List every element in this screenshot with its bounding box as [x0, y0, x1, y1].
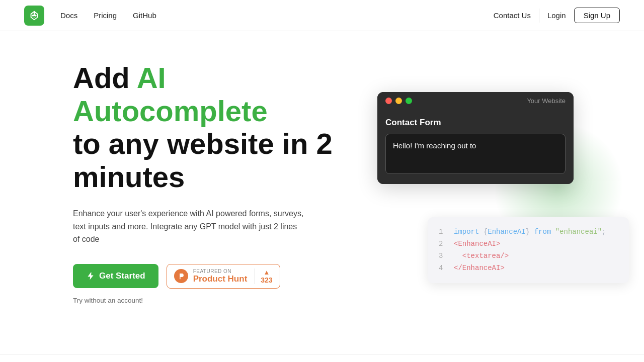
code-line-3: 3 <textarea/> [439, 250, 618, 262]
nav-contact[interactable]: Contact Us [494, 11, 531, 20]
line-num-1: 1 [439, 226, 445, 238]
product-hunt-badge[interactable]: FEATURED ON Product Hunt ▲ 323 [167, 264, 280, 289]
code-content-1: import {EnhanceAI} from "enhanceai"; [454, 226, 606, 238]
line-num-2: 2 [439, 238, 445, 250]
get-started-label: Get Started [99, 271, 145, 281]
code-snippet-overlay: 1 import {EnhanceAI} from "enhanceai"; 2… [428, 217, 629, 283]
hero-title-rest: to any website in 2 minutes [73, 127, 333, 193]
hero-subtitle: Enhance your user's experience with AI p… [73, 207, 304, 246]
navbar: Docs Pricing GitHub Contact Us Login Sig… [0, 0, 644, 31]
producthunt-logo-icon [174, 269, 188, 283]
close-dot [385, 98, 392, 104]
ph-name-label: Product Hunt [193, 274, 248, 284]
logo[interactable] [24, 6, 44, 26]
demo-textarea[interactable]: Hello! I'm reaching out to [385, 134, 566, 174]
hero-left: Add AI Autocomplete to any website in 2 … [73, 61, 340, 304]
maximize-dot [406, 98, 412, 104]
login-button[interactable]: Login [547, 11, 566, 20]
get-started-button[interactable]: Get Started [73, 264, 158, 288]
ph-text-group: FEATURED ON Product Hunt [193, 268, 248, 284]
nav-left: Docs Pricing GitHub [24, 6, 156, 26]
line-num-3: 3 [439, 250, 445, 262]
line-num-4: 4 [439, 262, 445, 275]
ph-upvote-icon: ▲ [264, 268, 270, 276]
code-line-4: 4 </EnhanceAI> [439, 262, 618, 275]
nav-pricing[interactable]: Pricing [94, 11, 117, 20]
code-content-3: <textarea/> [454, 250, 509, 262]
ph-count-group: ▲ 323 [254, 268, 272, 284]
signup-button[interactable]: Sign Up [574, 8, 620, 23]
hero-demo: Your Website Contact Form Hello! I'm rea… [377, 92, 594, 273]
browser-mockup: Your Website Contact Form Hello! I'm rea… [377, 92, 574, 184]
hero-section: Add AI Autocomplete to any website in 2 … [0, 31, 644, 324]
hero-cta: Get Started FEATURED ON Product Hunt ▲ 3… [73, 264, 340, 289]
form-title: Contact Form [385, 118, 566, 128]
code-line-1: 1 import {EnhanceAI} from "enhanceai"; [439, 226, 618, 238]
nav-docs[interactable]: Docs [60, 11, 77, 20]
nav-github[interactable]: GitHub [133, 11, 156, 20]
browser-titlebar: Your Website [377, 92, 574, 110]
bolt-icon [86, 272, 95, 281]
minimize-dot [395, 98, 402, 104]
try-text: Try without an account! [73, 297, 340, 304]
nav-divider [539, 9, 539, 23]
logo-icon [29, 10, 40, 21]
browser-url-label: Your Website [527, 97, 566, 105]
ph-featured-label: FEATURED ON [193, 268, 248, 274]
hero-title-plain: Add [73, 61, 137, 94]
window-controls [385, 98, 412, 104]
footer-band: Integrates with all major no-code tools … [0, 354, 644, 362]
code-content-4: </EnhanceAI> [454, 262, 505, 275]
browser-content: Contact Form Hello! I'm reaching out to [377, 110, 574, 184]
code-content-2: <EnhanceAI> [454, 238, 500, 250]
ph-count-number: 323 [261, 276, 272, 284]
code-line-2: 2 <EnhanceAI> [439, 238, 618, 250]
nav-right: Contact Us Login Sign Up [494, 8, 620, 23]
hero-title: Add AI Autocomplete to any website in 2 … [73, 61, 340, 193]
